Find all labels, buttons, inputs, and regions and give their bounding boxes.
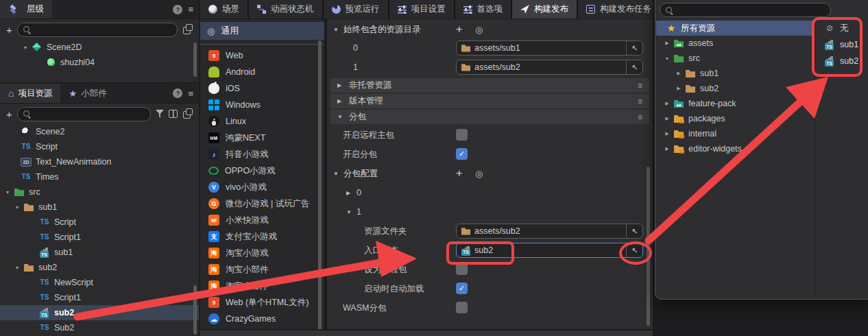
section-strip[interactable]: ▶ 非托管资源 ≡ — [330, 78, 649, 93]
picker-result-item[interactable]: TS sub2 — [820, 53, 868, 69]
section-menu-icon[interactable]: ≡ — [638, 97, 642, 106]
platform-scrollbar[interactable] — [318, 40, 322, 329]
picker-tree-row[interactable]: ▶ assets — [656, 36, 814, 51]
platform-item[interactable]: 支 支付宝小游戏 — [200, 228, 324, 245]
remote-main-checkbox[interactable] — [456, 129, 468, 141]
section-menu-icon[interactable]: ≡ — [638, 112, 642, 122]
assets-search[interactable] — [17, 107, 151, 121]
collapse-icon[interactable]: ▼ — [337, 114, 349, 120]
expand-arrow-icon[interactable]: ▼ — [661, 56, 673, 61]
section-strip[interactable]: ▶ 版本管理 ≡ — [330, 94, 649, 108]
collapse-icon[interactable]: ▶ — [337, 98, 349, 104]
hierarchy-tree-row[interactable]: ▼ Scene2D — [0, 40, 199, 55]
expand-arrow-icon[interactable]: ▶ — [673, 86, 685, 91]
settings-icon[interactable]: ◎ — [475, 25, 483, 35]
entry-script-field[interactable]: TS sub2 ↖ — [456, 243, 643, 258]
expand-arrow-icon[interactable]: ▼ — [11, 205, 23, 210]
help-icon[interactable]: ? — [173, 5, 182, 14]
filter-icon[interactable] — [156, 110, 164, 118]
asset-picker-icon[interactable]: ↖ — [626, 60, 642, 74]
expand-arrow-icon[interactable]: ▼ — [11, 265, 23, 270]
editor-tab[interactable]: 项目设置 — [389, 0, 455, 19]
platform-item[interactable]: G 微信小游戏 | 试玩广告 — [200, 195, 324, 212]
platform-item[interactable]: 淘 淘宝小程序 — [200, 278, 324, 294]
remote-package-checkbox[interactable] — [456, 263, 468, 275]
platform-item[interactable]: iOS — [200, 80, 324, 97]
tab-project-assets[interactable]: ⌂ 项目资源 — [0, 84, 60, 103]
hierarchy-scrollbar[interactable] — [193, 43, 197, 77]
expand-arrow-icon[interactable]: ▶ — [661, 131, 673, 136]
hierarchy-search[interactable] — [17, 23, 178, 37]
editor-tab[interactable]: 首选项 — [455, 0, 513, 19]
editor-tab[interactable]: 预览运行 — [324, 0, 389, 19]
subpackage-item-0[interactable]: ▶ 0 — [327, 183, 653, 202]
platform-item[interactable]: Android — [200, 64, 324, 80]
asset-tree-row[interactable]: TS Script — [0, 215, 199, 230]
asset-tree-row[interactable]: ▼ sub1 — [0, 200, 199, 215]
section-menu-icon[interactable]: ≡ — [638, 81, 642, 91]
platform-general-selected[interactable]: ◎ 通用 — [200, 22, 324, 40]
platform-item[interactable]: 5 Web (单个HTML文件) — [200, 294, 324, 311]
panel-menu-icon[interactable]: ≡ — [188, 5, 193, 14]
asset-tree-row[interactable]: TS Sub2 — [0, 320, 199, 335]
asset-tree-row[interactable]: ▼ sub2 — [0, 260, 199, 275]
add-subpackage-button[interactable]: + — [456, 167, 462, 180]
hierarchy-search-input[interactable] — [34, 25, 172, 34]
expand-arrow-icon[interactable]: ▶ — [661, 116, 673, 121]
asset-dir-field[interactable]: assets/sub2 ↖ — [456, 60, 643, 75]
asset-picker-icon[interactable]: ↖ — [626, 224, 642, 238]
collapse-icon[interactable]: ▼ — [333, 171, 343, 177]
picker-tree-row[interactable]: ▶ editor-widgets — [656, 141, 814, 156]
subpackage-config-header[interactable]: ▼ 分包配置 + ◎ — [327, 164, 653, 183]
picker-search-input[interactable] — [677, 5, 825, 15]
platform-item[interactable]: V vivo小游戏 — [200, 179, 324, 195]
picker-search[interactable] — [660, 3, 831, 17]
platform-item[interactable]: Windows — [200, 97, 324, 113]
stack-icon[interactable] — [183, 111, 191, 119]
picker-result-item[interactable]: TS sub1 — [820, 36, 868, 53]
expand-arrow-icon[interactable]: ▶ — [661, 101, 673, 106]
assets-scrollbar[interactable] — [193, 285, 197, 335]
panel-menu-icon[interactable]: ≡ — [188, 89, 193, 98]
assets-search-input[interactable] — [34, 109, 145, 119]
add-entry-button[interactable]: + — [456, 23, 462, 36]
editor-tab[interactable]: 构建发布任务 — [578, 0, 653, 19]
collapse-icon[interactable]: ▶ — [337, 82, 349, 88]
subpackage-item-1[interactable]: ▼ 1 — [327, 202, 653, 221]
expand-arrow-icon[interactable]: ▼ — [19, 45, 32, 50]
entry-script-picker-icon[interactable]: ↖ — [626, 243, 642, 257]
editor-tab[interactable]: 构建发布 — [512, 0, 578, 19]
asset-folder-field[interactable]: assets/sub2 ↖ — [456, 224, 643, 239]
picker-tree-row[interactable]: ▶ packages — [656, 111, 814, 126]
platform-item[interactable]: HM 鸿蒙NEXT — [200, 130, 324, 146]
stack-icon[interactable] — [183, 27, 191, 34]
asset-tree-row[interactable]: 2D Text_NewAnimation — [0, 154, 199, 169]
asset-tree-row[interactable]: Scene2 — [0, 124, 199, 139]
asset-tree-row[interactable]: TS Times — [0, 169, 199, 184]
expand-arrow-icon[interactable]: ▶ — [673, 71, 685, 76]
picker-tree-row[interactable]: ▶ internal — [656, 126, 814, 141]
auto-load-checkbox[interactable] — [456, 283, 468, 294]
expand-arrow-icon[interactable]: ▼ — [1, 190, 14, 195]
collapse-icon[interactable]: ▼ — [346, 209, 357, 215]
platform-item[interactable] — [200, 327, 324, 329]
platform-item[interactable]: 淘 淘宝小部件 — [200, 261, 324, 278]
asset-tree-row[interactable]: TS sub2 — [0, 305, 199, 320]
tab-widgets[interactable]: ★ 小部件 — [60, 84, 114, 103]
help-icon[interactable]: ? — [173, 88, 182, 98]
add-asset-button[interactable]: + — [6, 109, 12, 119]
picker-tree-row[interactable]: ★ 所有资源 — [656, 21, 814, 36]
picker-tree-row[interactable]: ▶ sub1 — [656, 66, 814, 81]
section-strip[interactable]: ▼ 分包 ≡ — [330, 110, 649, 124]
platform-item[interactable]: MI 小米快游戏 — [200, 212, 324, 228]
picker-tree-row[interactable]: ▶ sub2 — [656, 81, 814, 96]
platform-item[interactable]: OPPO小游戏 — [200, 163, 324, 179]
asset-picker-icon[interactable]: ↖ — [626, 41, 642, 55]
collapse-icon[interactable]: ▼ — [333, 27, 343, 33]
editor-tab[interactable]: 场景 — [200, 0, 249, 19]
asset-tree-row[interactable]: ▼ src — [0, 184, 199, 200]
split-view-icon[interactable] — [169, 110, 178, 118]
hierarchy-tree-row[interactable]: shuzhi04 — [0, 55, 199, 70]
platform-item[interactable]: 5 Web — [200, 47, 324, 64]
platform-item[interactable]: ♪ 抖音小游戏 — [200, 146, 324, 163]
